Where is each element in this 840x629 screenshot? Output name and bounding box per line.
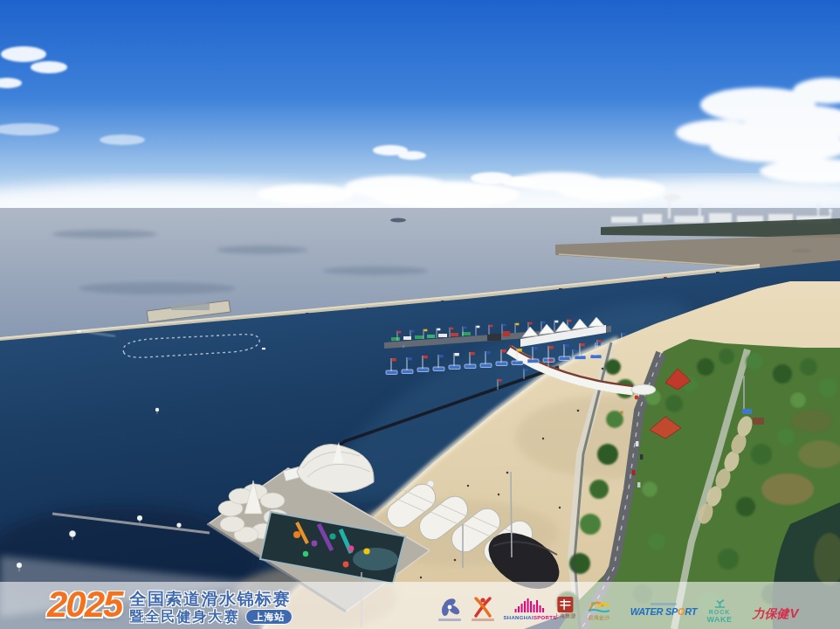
aerial-beach-photo: 2025 全国索道滑水锦标赛 暨全民健身大赛 上海站 [0,0,840,629]
pier-building [503,331,510,336]
event-title-line2: 暨全民健身大赛 [129,610,239,624]
event-title-block: 2025 全国索道滑水锦标赛 暨全民健身大赛 上海站 [47,589,293,625]
station-badge: 上海站 [245,609,293,625]
pier-building [487,334,501,341]
event-title-line1: 全国索道滑水锦标赛 [129,591,293,607]
distant-island [390,218,406,223]
boat [77,330,81,332]
boat [262,348,265,349]
blue-tarp [742,409,752,414]
event-year: 2025 [47,589,121,620]
event-title-line2-row: 暨全民健身大赛 上海站 [129,609,293,625]
photo-scene [0,0,840,629]
event-titles: 全国索道滑水锦标赛 暨全民健身大赛 上海站 [129,591,293,625]
shed [753,418,764,425]
